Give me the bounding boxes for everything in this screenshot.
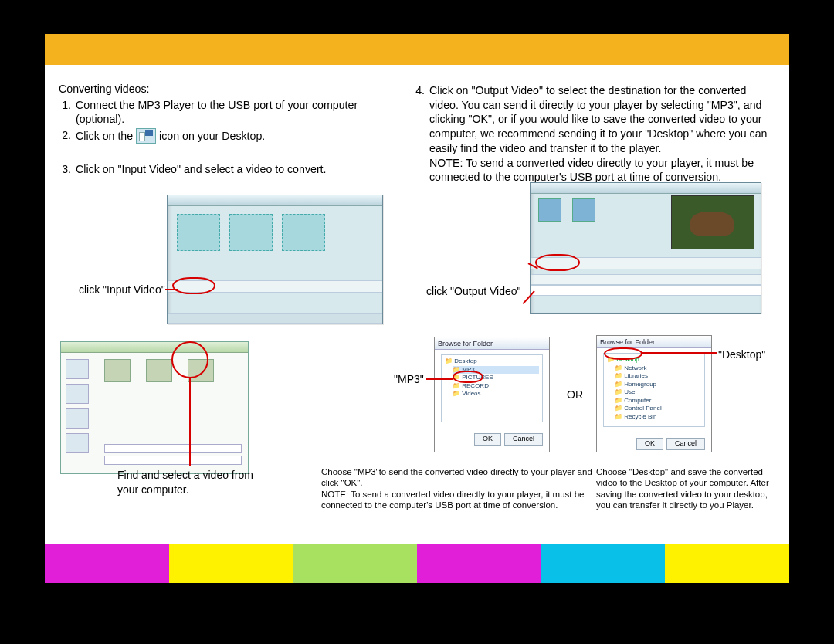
converter-window-left xyxy=(167,195,383,324)
file-icon xyxy=(104,359,131,382)
footer-color-band xyxy=(45,544,789,583)
step-4-text: Click on "Output Video" to select the de… xyxy=(429,84,768,154)
footer-stripe xyxy=(541,544,666,583)
window-titlebar xyxy=(61,342,248,353)
open-file-dialog xyxy=(60,341,249,474)
callout-mp3: "MP3" xyxy=(394,372,424,386)
video-slot xyxy=(177,214,220,251)
callout-line xyxy=(642,352,717,354)
place-icon xyxy=(66,433,89,453)
footer-stripe xyxy=(169,544,293,583)
right-step-list: 4. Click on "Output Video" to select the… xyxy=(412,83,777,185)
callout-find-select: Find and select a video from your comput… xyxy=(117,468,256,497)
converter-window-right xyxy=(530,182,761,314)
video-slot xyxy=(282,214,325,251)
converter-desktop-icon xyxy=(136,128,156,144)
tool-button xyxy=(572,198,595,222)
caption-mp3: Choose "MP3"to send the converted video … xyxy=(321,466,596,511)
dialog-buttons: OKCancel xyxy=(597,432,711,455)
file-icon xyxy=(146,359,172,382)
place-icon xyxy=(66,408,89,429)
manual-page: Converting videos: 1. Connect the MP3 Pl… xyxy=(45,34,789,583)
filename-field xyxy=(104,444,242,453)
callout-input-video: click "Input Video" xyxy=(79,283,165,297)
header-band xyxy=(45,34,789,65)
places-sidebar xyxy=(66,359,97,458)
callout-or: OR xyxy=(567,388,583,402)
dialog-buttons: OKCancel xyxy=(435,427,549,450)
step-2: 2. Click on the icon on your Desktop. xyxy=(59,128,398,144)
video-slots-row xyxy=(168,206,382,259)
callout-line-vertical xyxy=(189,378,191,466)
input-video-highlight xyxy=(172,277,215,294)
callout-output-video: click "Output Video" xyxy=(426,284,521,298)
caption-desktop: Choose "Desktop" and save the converted … xyxy=(596,466,777,511)
callout-line xyxy=(165,289,178,290)
footer-stripe xyxy=(293,544,417,583)
mp3-highlight xyxy=(453,371,483,383)
section-heading: Converting videos: xyxy=(59,82,398,97)
video-preview xyxy=(671,195,754,249)
file-list-header xyxy=(531,274,761,285)
place-icon xyxy=(66,359,89,379)
step-1: 1. Connect the MP3 Player to the USB por… xyxy=(59,98,398,127)
desktop-highlight xyxy=(604,347,642,360)
output-video-highlight xyxy=(535,254,580,271)
callout-desktop: "Desktop" xyxy=(718,347,765,361)
dialog-title: Browse for Folder xyxy=(597,336,711,348)
file-list-row xyxy=(531,285,761,296)
callout-line xyxy=(426,378,453,380)
filename-bar xyxy=(104,444,242,467)
folder-tree: Desktop Network Libraries Homegroup User… xyxy=(603,353,705,427)
step-2-text: Click on the icon on your Desktop. xyxy=(76,128,398,144)
left-column: Converting videos: 1. Connect the MP3 Pl… xyxy=(59,82,398,177)
dialog-title: Browse for Folder xyxy=(435,337,549,350)
tool-button xyxy=(538,198,561,222)
left-step-list: 1. Connect the MP3 Player to the USB por… xyxy=(59,98,398,177)
step-4: 4. Click on "Output Video" to select the… xyxy=(412,83,777,185)
browse-folder-dialog-mp3: Browse for Folder Desktop MP3 PICTURES R… xyxy=(434,337,550,452)
filetype-field xyxy=(104,456,242,465)
window-titlebar xyxy=(168,195,382,206)
footer-stripe xyxy=(665,544,789,583)
folder-tree: Desktop MP3 PICTURES RECORD Videos xyxy=(441,354,543,422)
window-titlebar xyxy=(531,183,761,194)
bottom-toolbar xyxy=(168,313,382,324)
file-select-highlight xyxy=(171,341,208,378)
footer-stripe xyxy=(45,544,169,583)
right-column: 4. Click on "Output Video" to select the… xyxy=(412,82,777,185)
step-3: 3. Click on "Input Video" and select a v… xyxy=(59,162,398,177)
footer-stripe xyxy=(417,544,541,583)
step-4-note: NOTE: To send a converted video directly… xyxy=(429,157,754,184)
place-icon xyxy=(66,384,89,404)
video-slot xyxy=(229,214,273,251)
